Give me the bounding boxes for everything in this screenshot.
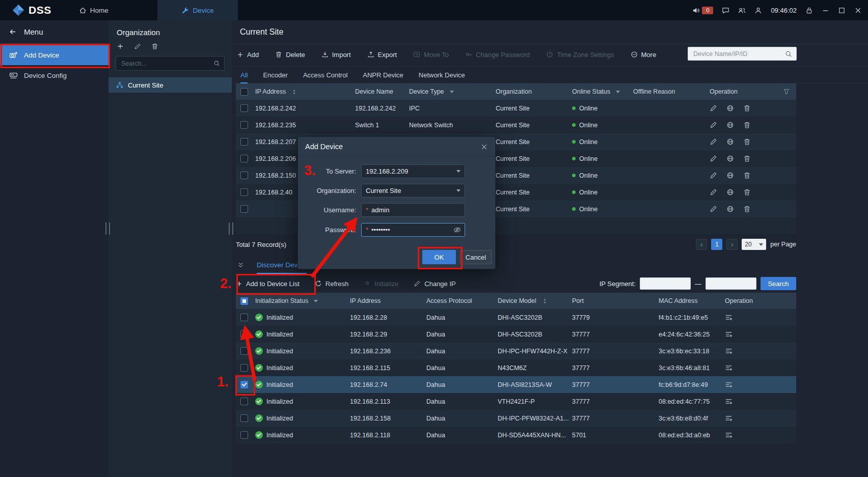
refresh-button[interactable]: Refresh	[315, 280, 349, 288]
sidebar-item-device-config[interactable]: Device Config	[0, 65, 108, 86]
minimize-button[interactable]	[822, 7, 829, 14]
filter-caret-icon[interactable]	[616, 91, 620, 93]
filter-icon[interactable]	[783, 88, 790, 95]
contacts-icon[interactable]	[738, 7, 746, 14]
row-checkbox[interactable]	[240, 172, 248, 179]
delete-icon[interactable]	[743, 205, 751, 213]
row-checkbox[interactable]	[240, 364, 248, 372]
row-checkbox[interactable]	[240, 104, 248, 112]
sort-icon[interactable]	[542, 298, 548, 304]
row-checkbox[interactable]	[240, 121, 248, 129]
page-size-select[interactable]: 20	[742, 239, 766, 250]
tree-node-current-site[interactable]: Current Site	[108, 77, 232, 93]
to-server-select[interactable]: 192.168.2.209	[361, 164, 465, 178]
ip-segment-start-input[interactable]	[640, 277, 691, 290]
delete-icon[interactable]	[743, 188, 751, 196]
discovered-device-row[interactable]: Initialized 192.168.2.115 Dahua N43CM6Z …	[236, 359, 796, 376]
delete-icon[interactable]	[743, 121, 751, 129]
add-to-list-icon[interactable]	[725, 314, 733, 321]
initialize-button[interactable]: Initialize	[364, 280, 398, 288]
panel-resize-grip[interactable]	[105, 222, 110, 235]
ip-segment-end-input[interactable]	[706, 277, 756, 290]
discovered-device-row[interactable]: Initialized 192.168.2.74 Dahua DHI-ASI82…	[236, 376, 796, 393]
device-type-tab[interactable]: Access Control	[303, 67, 347, 83]
add-to-list-icon[interactable]	[725, 398, 733, 405]
row-checkbox[interactable]	[240, 330, 248, 338]
discovered-device-row[interactable]: Initialized 192.168.2.236 Dahua DH-IPC-H…	[236, 343, 796, 359]
collapse-chevrons-icon[interactable]	[237, 261, 245, 269]
row-checkbox[interactable]	[240, 155, 248, 162]
delete-icon[interactable]	[743, 138, 751, 146]
ok-button[interactable]: OK	[422, 250, 456, 264]
device-row[interactable]: 192.168.2.242 192.168.2.242 IPC Current …	[236, 100, 796, 117]
row-checkbox[interactable]	[240, 381, 248, 388]
device-search-input[interactable]	[692, 50, 782, 58]
row-checkbox[interactable]	[240, 205, 248, 213]
ip-segment-search-button[interactable]: Search	[761, 277, 796, 290]
web-icon[interactable]	[726, 104, 734, 112]
eye-off-icon[interactable]	[453, 226, 461, 234]
edit-icon[interactable]	[710, 205, 717, 213]
web-icon[interactable]	[726, 188, 734, 196]
username-input[interactable]: * admin	[361, 203, 465, 217]
current-page-button[interactable]: 1	[711, 239, 722, 250]
row-checkbox[interactable]	[240, 347, 248, 355]
edit-icon[interactable]	[710, 155, 717, 162]
add-button[interactable]: Add	[237, 51, 259, 59]
move-to-button[interactable]: Move To	[413, 51, 449, 59]
import-button[interactable]: Import	[321, 51, 351, 59]
add-to-list-icon[interactable]	[725, 347, 733, 355]
edit-org-icon[interactable]	[134, 43, 141, 50]
discovered-device-row[interactable]: Initialized 192.168.2.118 Dahua DH-SD5A4…	[236, 427, 796, 443]
row-checkbox[interactable]	[240, 398, 248, 405]
filter-caret-icon[interactable]	[450, 91, 454, 93]
web-icon[interactable]	[726, 138, 734, 146]
close-button[interactable]	[854, 7, 862, 14]
maximize-button[interactable]	[838, 7, 846, 14]
web-icon[interactable]	[726, 155, 734, 162]
web-icon[interactable]	[726, 172, 734, 179]
device-row[interactable]: 192.168.2.235 Switch 1 Network Switch Cu…	[236, 117, 796, 133]
delete-org-icon[interactable]	[151, 43, 158, 50]
edit-icon[interactable]	[710, 138, 717, 146]
sort-icon[interactable]	[291, 89, 297, 95]
add-to-list-icon[interactable]	[725, 364, 733, 372]
delete-icon[interactable]	[743, 155, 751, 162]
select-all-checkbox[interactable]	[240, 88, 248, 96]
delete-button[interactable]: Delete	[275, 51, 305, 59]
time-zone-settings-button[interactable]: Time Zone Settings	[546, 51, 614, 59]
prev-page-button[interactable]: ‹	[696, 239, 707, 250]
row-checkbox[interactable]	[240, 414, 248, 422]
delete-icon[interactable]	[743, 104, 751, 112]
sidebar-item-add-device[interactable]: Add Device	[0, 45, 108, 65]
add-to-list-icon[interactable]	[725, 381, 733, 388]
search-icon[interactable]	[213, 60, 220, 67]
discovered-device-row[interactable]: Initialized 192.168.2.113 Dahua VTH2421F…	[236, 393, 796, 410]
device-type-tab[interactable]: All	[240, 67, 248, 83]
user-icon[interactable]	[754, 7, 762, 14]
edit-icon[interactable]	[710, 104, 717, 112]
organization-select[interactable]: Current Site	[361, 184, 465, 198]
edit-icon[interactable]	[710, 188, 717, 196]
panel-resize-grip[interactable]	[229, 222, 233, 235]
edit-icon[interactable]	[710, 121, 717, 129]
add-to-list-icon[interactable]	[725, 414, 733, 422]
search-icon[interactable]	[785, 50, 792, 58]
add-org-icon[interactable]	[117, 43, 124, 50]
device-type-tab[interactable]: Network Device	[419, 67, 465, 83]
cancel-button[interactable]: Cancel	[460, 250, 492, 264]
dialog-close-icon[interactable]	[480, 143, 488, 151]
discovered-device-row[interactable]: Initialized 192.168.2.28 Dahua DHI-ASC32…	[236, 309, 796, 326]
org-search-input[interactable]	[120, 60, 210, 68]
row-checkbox[interactable]	[240, 188, 248, 196]
add-to-device-list-button[interactable]: Add to Device List	[236, 280, 300, 288]
tab-home[interactable]: Home	[79, 7, 108, 14]
change-password-button[interactable]: Change Password	[465, 51, 530, 59]
device-type-tab[interactable]: ANPR Device	[363, 67, 403, 83]
tab-device[interactable]: Device	[157, 0, 238, 20]
edit-icon[interactable]	[710, 172, 717, 179]
filter-caret-icon[interactable]	[314, 300, 318, 302]
message-icon[interactable]	[722, 7, 729, 14]
volume-control[interactable]: 0	[692, 7, 713, 14]
delete-icon[interactable]	[743, 172, 751, 179]
